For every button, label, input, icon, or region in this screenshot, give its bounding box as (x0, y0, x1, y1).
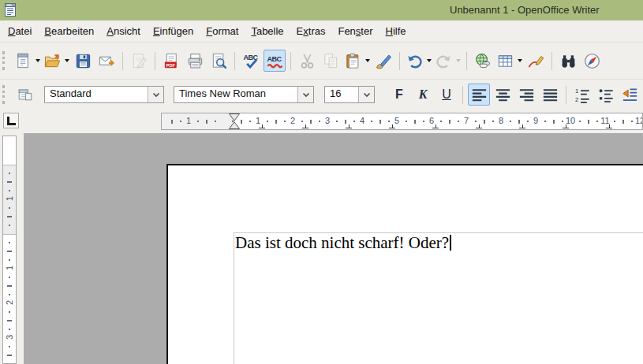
font-name-value[interactable]: Times New Roman (174, 87, 297, 102)
toolbar-grip[interactable] (2, 51, 9, 70)
ruler-tick (197, 121, 199, 122)
open-button[interactable] (43, 50, 70, 72)
ruler-tick (9, 173, 10, 174)
align-left-button[interactable] (468, 84, 490, 106)
decrease-indent-icon (621, 86, 639, 104)
ruler-tick (414, 120, 416, 124)
styles-and-formatting-button[interactable] (14, 84, 36, 106)
italic-button[interactable]: K (412, 84, 434, 105)
menu-item-bearbeiten[interactable]: Bearbeiten (38, 22, 100, 40)
copy-button (320, 50, 342, 72)
document-text[interactable]: Das ist doch nicht scharf! Oder? (235, 233, 451, 253)
insert-table-button[interactable] (495, 50, 523, 72)
menu-item-ansicht[interactable]: Ansicht (100, 22, 147, 40)
ruler-tick (180, 121, 181, 122)
paste-icon (344, 52, 362, 70)
font-size-dropdown-button[interactable] (358, 87, 374, 102)
ruler-tick (9, 294, 10, 295)
paragraph-style-dropdown-button[interactable] (148, 87, 163, 102)
decrease-indent-button[interactable] (619, 84, 641, 106)
tab-stop-selector[interactable] (3, 113, 19, 128)
ruler-tick (562, 121, 563, 122)
default-tab-stop-mark (302, 124, 308, 128)
menubar: DateiBearbeitenAnsichtEinfügenFormatTabe… (0, 20, 643, 42)
toolbar-standard: PDFABCABC (0, 42, 643, 79)
paintbrush-icon (375, 52, 393, 70)
align-center-button[interactable] (492, 84, 514, 106)
menu-item-einfügen[interactable]: Einfügen (147, 22, 200, 40)
indent-marker[interactable] (229, 113, 240, 130)
vertical-ruler[interactable]: 1231 (2, 136, 17, 364)
auto-spellcheck-icon: ABC (266, 52, 284, 70)
undo-button[interactable] (405, 50, 432, 72)
bullet-list-button[interactable] (595, 84, 617, 106)
ruler-number: 4 (360, 116, 364, 125)
ruler-row: 1234567891011121 (0, 110, 643, 136)
horizontal-ruler[interactable]: 1234567891011121 (161, 113, 643, 130)
export-pdf-button[interactable]: PDF (160, 50, 182, 72)
page[interactable]: Das ist doch nicht scharf! Oder? (166, 164, 643, 364)
format-paintbrush-button[interactable] (372, 50, 394, 72)
ruler-tick (9, 259, 10, 261)
ruler-number: 2 (5, 296, 14, 309)
font-name-dropdown-button[interactable] (297, 87, 313, 102)
default-tab-stop-mark (519, 124, 525, 128)
hyperlink-button[interactable] (472, 50, 494, 72)
ruler-tick (9, 311, 10, 313)
paragraph-text[interactable]: Das ist doch nicht scharf! Oder? (235, 233, 449, 252)
paragraph-style-combo[interactable]: Standard (44, 86, 164, 103)
text-cursor (450, 235, 451, 251)
justify-icon (541, 86, 559, 104)
menu-item-tabelle[interactable]: Tabelle (245, 22, 290, 40)
ruler-number: 12 (635, 116, 643, 125)
ruler-tick (345, 120, 346, 124)
align-right-button[interactable] (515, 84, 537, 106)
print-icon (186, 52, 204, 70)
email-button[interactable] (95, 50, 118, 72)
toolbar-formatting: Standard Times New Roman 16 FKU12 (0, 79, 643, 110)
ruler-tick (284, 121, 286, 122)
print-button[interactable] (184, 50, 206, 72)
menu-item-datei[interactable]: Datei (2, 22, 38, 40)
toolbar-separator (290, 52, 291, 70)
ruler-tick (7, 181, 12, 183)
default-tab-stop-mark (259, 124, 265, 128)
font-name-combo[interactable]: Times New Roman (174, 86, 314, 103)
ruler-number: 3 (325, 116, 330, 125)
ruler-tick (484, 120, 485, 124)
svg-text:PDF: PDF (166, 62, 175, 67)
draw-functions-icon (527, 52, 545, 70)
find-replace-icon (559, 52, 578, 70)
toolbar-separator (399, 52, 400, 70)
find-replace-button[interactable] (557, 50, 579, 72)
ruler-tick (9, 277, 10, 278)
new-document-button[interactable] (13, 50, 41, 72)
navigator-button[interactable] (581, 50, 603, 72)
window-title: Unbenannt 1 - OpenOffice Writer (450, 4, 600, 16)
font-size-combo[interactable]: 16 (324, 86, 375, 103)
ruler-number: 7 (464, 116, 469, 125)
toolbar-grip[interactable] (2, 85, 9, 104)
paragraph-style-value[interactable]: Standard (45, 87, 148, 102)
save-button[interactable] (72, 50, 94, 72)
menu-item-extras[interactable]: Extras (290, 22, 332, 40)
justify-button[interactable] (539, 84, 561, 106)
paste-button[interactable] (343, 50, 371, 72)
draw-functions-button[interactable] (525, 50, 547, 72)
numbered-list-button[interactable]: 12 (571, 84, 593, 106)
ruler-number: 3 (5, 331, 14, 344)
cut-button (296, 50, 318, 72)
ruler-tick (215, 121, 216, 122)
ruler-tick (7, 320, 12, 321)
page-preview-button[interactable] (207, 50, 230, 72)
menu-item-format[interactable]: Format (200, 22, 245, 40)
ruler-tick (440, 121, 442, 122)
menu-item-fenster[interactable]: Fenster (331, 22, 379, 40)
auto-spellcheck-button[interactable]: ABC (264, 50, 286, 72)
bold-button[interactable]: F (388, 84, 410, 105)
spellcheck-button[interactable]: ABC (240, 50, 262, 72)
font-size-value[interactable]: 16 (325, 87, 358, 102)
menu-item-hilfe[interactable]: Hilfe (379, 22, 413, 40)
underline-button[interactable]: U (436, 84, 458, 105)
ruler-tick (388, 121, 390, 122)
